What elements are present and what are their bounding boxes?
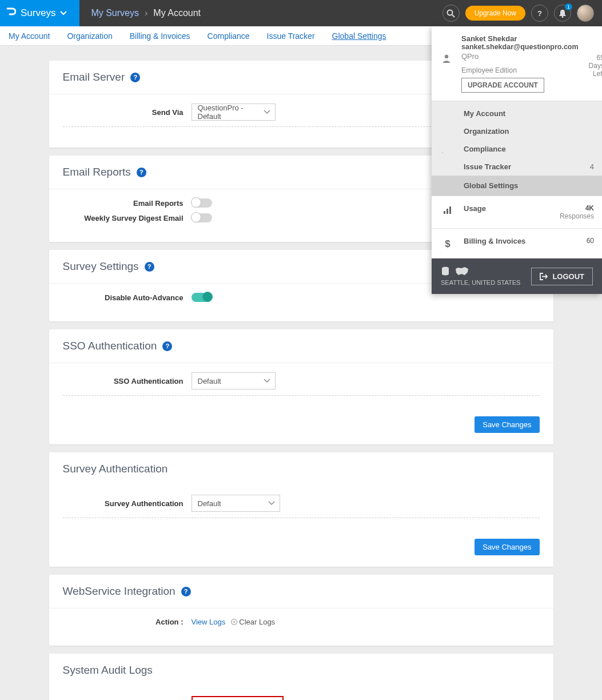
subnav-global-settings[interactable]: Global Settings xyxy=(332,27,386,45)
panel-settings-section: My Account Organization Compliance Issue… xyxy=(432,101,602,196)
svg-rect-9 xyxy=(446,209,448,214)
breadcrumb-current: My Account xyxy=(153,8,201,18)
panel-item-compliance[interactable]: Compliance xyxy=(464,140,594,158)
panel-settings-list: My Account Organization Compliance Issue… xyxy=(464,105,594,196)
panel-billing-label: Billing & Invoices xyxy=(464,237,525,245)
card-title: Survey Settings xyxy=(63,260,139,273)
panel-footer: SEATTLE, UNITED STATES LOGOUT xyxy=(432,258,602,294)
svg-point-3 xyxy=(445,55,448,58)
svg-rect-8 xyxy=(444,211,445,214)
brand-logo-icon xyxy=(6,7,16,19)
days-left: 65 Days Left xyxy=(589,54,602,93)
logout-button[interactable]: LOGOUT xyxy=(531,268,593,285)
email-reports-toggle[interactable] xyxy=(192,198,212,208)
panel-usage-count: 4K xyxy=(560,204,594,212)
card-header-survey-auth: Survey Authentication xyxy=(49,452,553,486)
search-icon xyxy=(446,9,455,18)
chevron-down-icon xyxy=(264,110,270,114)
search-button[interactable] xyxy=(442,5,460,22)
user-name: Sanket Shekdar xyxy=(461,34,579,43)
view-access-audit-logs-highlight: View Access/Audit Logs xyxy=(192,696,284,700)
help-icon[interactable]: ? xyxy=(145,262,154,272)
card-sso: SSO Authentication ? SSO Authentication … xyxy=(49,329,553,444)
help-icon[interactable]: ? xyxy=(137,168,146,177)
card-header-audit: System Audit Logs xyxy=(49,654,553,687)
svg-point-2 xyxy=(562,16,564,18)
panel-item-global-settings[interactable]: Global Settings xyxy=(432,176,602,196)
subnav-billing[interactable]: Billing & Invoices xyxy=(130,27,190,45)
sso-auth-select[interactable]: Default xyxy=(192,372,276,389)
user-org: QPro xyxy=(461,52,579,61)
card-title: SSO Authentication xyxy=(63,340,157,352)
weekly-digest-toggle[interactable] xyxy=(192,213,212,222)
upgrade-now-button[interactable]: Upgrade Now xyxy=(465,6,525,21)
panel-usage-section[interactable]: Usage 4K Responses xyxy=(432,196,602,229)
topbar-actions: Upgrade Now ? 1 xyxy=(442,5,602,22)
logout-icon xyxy=(540,273,548,280)
card-header-sso: SSO Authentication ? xyxy=(49,329,553,363)
svg-rect-10 xyxy=(449,206,451,214)
send-via-value: QuestionPro - Default xyxy=(198,104,259,121)
sso-auth-value: Default xyxy=(198,377,221,385)
panel-usage-label: Usage xyxy=(464,204,486,213)
survey-auth-save-button[interactable]: Save Changes xyxy=(475,539,539,555)
subnav-issue-tracker[interactable]: Issue Tracker xyxy=(267,27,315,45)
card-title: WebService Integration xyxy=(63,585,176,598)
topbar: Surveys My Surveys › My Account Upgrade … xyxy=(0,0,602,26)
days-count: 65 xyxy=(589,54,602,62)
breadcrumb-sep: › xyxy=(145,8,147,18)
card-title: Email Reports xyxy=(63,166,131,178)
webservice-view-logs-link[interactable]: View Logs xyxy=(192,618,226,626)
sso-save-button[interactable]: Save Changes xyxy=(475,416,539,433)
help-icon[interactable]: ? xyxy=(181,587,191,596)
brand-menu[interactable]: Surveys xyxy=(0,0,79,26)
panel-item-organization[interactable]: Organization xyxy=(464,122,594,140)
panel-billing-section[interactable]: $ Billing & Invoices 60 xyxy=(432,229,602,258)
usa-map-icon xyxy=(455,267,469,277)
panel-location: SEATTLE, UNITED STATES xyxy=(441,267,520,286)
send-via-select[interactable]: QuestionPro - Default xyxy=(192,104,276,121)
upgrade-account-button[interactable]: UPGRADE ACCOUNT xyxy=(461,78,544,93)
gear-icon xyxy=(432,140,443,158)
help-icon[interactable]: ? xyxy=(162,341,172,351)
disable-auto-advance-toggle[interactable] xyxy=(192,293,212,302)
database-icon xyxy=(441,267,450,277)
card-title: Email Server xyxy=(63,71,125,83)
action-label: Action : xyxy=(63,618,192,626)
svg-point-0 xyxy=(448,10,453,15)
logout-label: LOGOUT xyxy=(552,272,584,281)
breadcrumb-my-surveys[interactable]: My Surveys xyxy=(91,8,139,18)
svg-line-1 xyxy=(452,15,455,17)
weekly-digest-label: Weekly Survey Digest Email xyxy=(63,214,192,222)
breadcrumb: My Surveys › My Account xyxy=(79,8,201,18)
panel-user-info: Sanket Shekdar sanket.shekdar@questionpr… xyxy=(461,34,579,93)
card-audit: System Audit Logs User Access/Audit Logs… xyxy=(49,654,553,700)
panel-item-issue-tracker[interactable]: Issue Tracker4 xyxy=(464,158,594,176)
panel-item-my-account[interactable]: My Account xyxy=(464,105,594,122)
user-avatar[interactable] xyxy=(577,5,594,22)
card-survey-auth: Survey Authentication Survey Authenticat… xyxy=(49,452,553,567)
survey-auth-label: Survey Authentication xyxy=(63,499,192,508)
chevron-down-icon xyxy=(268,501,275,506)
panel-location-text: SEATTLE, UNITED STATES xyxy=(441,279,520,286)
help-icon[interactable]: ? xyxy=(130,73,140,82)
subnav-my-account[interactable]: My Account xyxy=(9,27,50,45)
chevron-down-icon xyxy=(264,379,270,383)
card-header-webservice: WebService Integration ? xyxy=(49,575,553,608)
question-icon: ? xyxy=(537,9,542,18)
separator xyxy=(63,395,540,396)
bell-icon xyxy=(559,9,567,18)
sso-auth-label: SSO Authentication xyxy=(63,377,192,385)
notifications-button[interactable]: 1 xyxy=(554,5,571,22)
help-button[interactable]: ? xyxy=(531,5,548,22)
subnav-compliance[interactable]: Compliance xyxy=(208,27,250,45)
panel-usage-sub: Responses xyxy=(560,212,594,220)
webservice-clear-logs-link[interactable]: Clear Logs xyxy=(231,618,275,626)
survey-auth-select[interactable]: Default xyxy=(192,495,280,512)
panel-billing-count: 60 xyxy=(587,237,594,245)
notification-badge: 1 xyxy=(565,3,572,10)
subnav-organization[interactable]: Organization xyxy=(67,27,112,45)
user-email: sanket.shekdar@questionpro.com xyxy=(461,43,579,51)
user-edition: Employee Edition xyxy=(461,66,579,74)
card-title: Survey Authentication xyxy=(63,463,168,475)
